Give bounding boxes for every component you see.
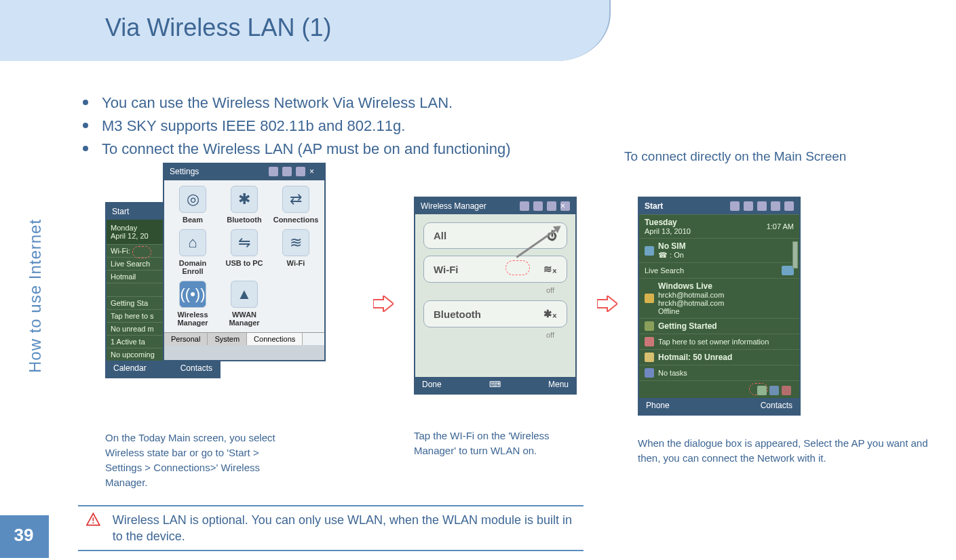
today2-window: Start Tuesday April 13, 2010 1:07 AM No … — [638, 197, 801, 416]
today2-search-row: Live Search — [639, 262, 799, 278]
svg-point-1 — [92, 522, 94, 523]
bullet-item: M3 SKY supports IEEE 802.11b and 802.11g… — [83, 115, 510, 138]
wm-bt-button: Bluetooth ✱ₓ off — [423, 300, 567, 327]
bullet-list: You can use the Wireless Network Via Wir… — [83, 92, 510, 161]
wm-titlebar: Wireless Manager × — [415, 198, 575, 214]
highlight-ring — [132, 246, 151, 258]
mail-icon — [645, 353, 654, 362]
warning-icon — [86, 512, 100, 527]
sim-icon — [645, 246, 654, 256]
wifi-off-icon: ≋ₓ — [543, 263, 557, 275]
page-title: Via Wireless LAN (1) — [105, 14, 331, 42]
softkey-left: Calendar — [113, 363, 147, 374]
wwan-icon: ▲ — [231, 281, 258, 308]
screenshot-wireless-manager: Wireless Manager × All ⏻ Wi-Fi ≋ₓ off Bl… — [414, 197, 590, 458]
softkey-right: Menu — [548, 380, 569, 391]
status-icons: × — [269, 167, 319, 178]
wifi-icon: ≋ — [282, 229, 309, 256]
today2-tray — [639, 380, 799, 398]
bullet-item: To connect the Wireless LAN (AP must be … — [83, 138, 510, 161]
bullet-item: You can use the Wireless Network Via Wir… — [83, 92, 510, 115]
start-label: Start — [112, 207, 129, 216]
softkey-left: Phone — [646, 401, 670, 412]
wm-title: Wireless Manager — [421, 201, 486, 211]
settings-icon-beam: ◎Beam — [170, 186, 216, 224]
bluetooth-icon: ✱ — [231, 186, 258, 213]
softkey-right: Contacts — [761, 401, 792, 412]
today2-windows-live: Windows Live hrckh@hotmail.com hrckh@hot… — [639, 278, 799, 318]
caption-2: Tap the WI-Fi on the 'Wireless Manager' … — [414, 428, 570, 458]
softkey-right: Contacts — [180, 363, 212, 374]
today2-getting-started: Getting Started — [639, 318, 799, 334]
wm-bt-state: off — [546, 331, 554, 339]
status-icons — [730, 201, 794, 211]
tab-connections: Connections — [247, 333, 303, 345]
section-side-label: How to use Internet — [26, 219, 45, 373]
bt-off-icon: ✱ₓ — [543, 308, 557, 320]
tray-drop-icon — [782, 386, 791, 395]
page-number-badge: 39 — [0, 515, 49, 558]
softkey-left: Done — [422, 380, 442, 391]
tab-system: System — [208, 333, 247, 345]
settings-icon-wwan: ▲WWAN Manager — [221, 281, 267, 327]
settings-icon-domain: ⌂Domain Enroll — [170, 229, 216, 275]
domain-icon: ⌂ — [179, 229, 206, 256]
tray-signal-icon — [757, 386, 767, 395]
clock-label: 1:07 AM — [767, 222, 794, 231]
tab-personal: Personal — [164, 333, 208, 345]
keyboard-icon: ⌨ — [489, 380, 501, 391]
settings-tabs: Personal System Connections — [164, 332, 324, 345]
tasks-icon — [645, 368, 654, 378]
screenshot-today-right: Start Tuesday April 13, 2010 1:07 AM No … — [638, 197, 814, 466]
status-icons: × — [520, 201, 570, 211]
tray-lock-icon — [769, 386, 779, 395]
arrow-icon — [373, 296, 394, 312]
warning-text: Wireless LAN is optional. You can only u… — [113, 512, 575, 544]
settings-icon-bluetooth: ✱Bluetooth — [221, 186, 267, 224]
today2-footer: Phone Contacts — [639, 398, 799, 414]
today2-sim-row: No SIM ☎ : On — [639, 238, 799, 262]
keyboard-bar — [164, 345, 324, 360]
today2-tasks: No tasks — [639, 365, 799, 380]
caption-1: On the Today Main screen, you select Wir… — [105, 431, 295, 490]
today-footer: Calendar Contacts — [107, 361, 219, 377]
scrollbar-thumb — [792, 241, 798, 268]
wireless-manager-icon: ((•)) — [179, 281, 206, 308]
gs-icon — [645, 321, 654, 331]
wm-footer: Done ⌨ Menu — [415, 377, 575, 393]
today2-hotmail: Hotmail: 50 Unread — [639, 349, 799, 365]
settings-icon-wireless-manager: ((•))Wireless Manager — [170, 281, 216, 327]
today2-owner-info: Tap here to set owner information — [639, 334, 799, 349]
wm-wifi-button: Wi-Fi ≋ₓ off — [423, 256, 567, 283]
start-label: Start — [645, 201, 663, 211]
beam-icon: ◎ — [179, 186, 206, 213]
owner-icon — [645, 337, 654, 346]
wm-body: All ⏻ Wi-Fi ≋ₓ off Bluetooth ✱ₓ off — [415, 214, 575, 377]
today2-date-row: Tuesday April 13, 2010 1:07 AM — [639, 214, 799, 238]
settings-icon-wifi: ≋Wi-Fi — [273, 229, 319, 275]
settings-icon-connections: ⇄Connections — [273, 186, 319, 224]
settings-icon-grid: ◎Beam ✱Bluetooth ⇄Connections ⌂Domain En… — [164, 180, 324, 332]
warning-box: Wireless LAN is optional. You can only u… — [78, 505, 584, 551]
settings-window: Settings × ◎Beam ✱Bluetooth ⇄Connections… — [163, 163, 326, 361]
live-icon — [645, 294, 654, 303]
usb-icon: ⇋ — [231, 229, 258, 256]
settings-titlebar: Settings × — [164, 164, 324, 180]
wm-window: Wireless Manager × All ⏻ Wi-Fi ≋ₓ off Bl… — [414, 197, 577, 395]
highlight-ring — [505, 260, 530, 275]
settings-title: Settings — [170, 167, 199, 178]
connect-note: To connect directly on the Main Screen — [624, 149, 846, 164]
caption-3: When the dialogue box is appeared, Selec… — [638, 436, 950, 466]
connections-icon: ⇄ — [282, 186, 309, 213]
wm-wifi-state: off — [546, 286, 554, 294]
arrow-icon — [597, 296, 617, 312]
today2-titlebar: Start — [639, 198, 799, 214]
settings-icon-usb: ⇋USB to PC — [221, 229, 267, 275]
